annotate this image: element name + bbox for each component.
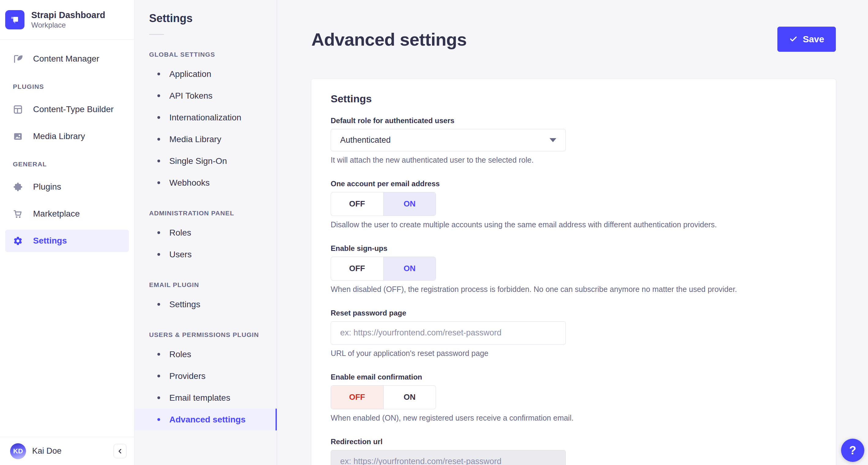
sidebar-item-label: Content-Type Builder bbox=[33, 105, 114, 114]
subnav-item-label: Settings bbox=[169, 299, 200, 310]
subnav-item-label: Advanced settings bbox=[169, 415, 246, 425]
toggle-on-option[interactable]: ON bbox=[383, 257, 436, 280]
subnav-item-label: Single Sign-On bbox=[169, 156, 227, 166]
user-area: KD Kai Doe bbox=[0, 437, 134, 465]
bullet-icon bbox=[157, 375, 160, 377]
select-value: Authenticated bbox=[340, 136, 391, 145]
redirection-url-input bbox=[331, 450, 566, 465]
default-role-select[interactable]: Authenticated bbox=[331, 129, 566, 151]
bullet-icon bbox=[157, 116, 160, 119]
field-hint: Disallow the user to create multiple acc… bbox=[331, 220, 816, 229]
subnav-item-providers[interactable]: Providers bbox=[134, 365, 277, 387]
bullet-icon bbox=[157, 159, 160, 162]
sidebar-item-content-type-builder[interactable]: Content-Type Builder bbox=[5, 98, 129, 121]
sidebar-item-label: Plugins bbox=[33, 182, 61, 192]
subnav-item-advanced-settings[interactable]: Advanced settings bbox=[134, 409, 277, 430]
save-button[interactable]: Save bbox=[777, 27, 836, 52]
subnav-item-label: Application bbox=[169, 69, 211, 79]
field-hint: When enabled (ON), new registered users … bbox=[331, 413, 816, 423]
subnav-item-label: Internationalization bbox=[169, 113, 241, 122]
field-default-role: Default role for authenticated users Aut… bbox=[331, 116, 816, 165]
bullet-icon bbox=[157, 181, 160, 184]
brand-text: Strapi Dashboard Workplace bbox=[31, 10, 105, 30]
layout-icon bbox=[13, 105, 23, 115]
field-label: Enable sign-ups bbox=[331, 244, 816, 253]
subnav-item-label: Webhooks bbox=[169, 178, 210, 188]
field-label: Redirection url bbox=[331, 437, 816, 446]
subnav-item-label: Media Library bbox=[169, 135, 221, 144]
bullet-icon bbox=[157, 397, 160, 399]
card-title: Settings bbox=[331, 93, 816, 105]
subnav-item-roles[interactable]: Roles bbox=[134, 222, 277, 243]
field-label: Enable email confirmation bbox=[331, 373, 816, 381]
page-title: Advanced settings bbox=[311, 29, 467, 50]
main-content: Advanced settings Save Settings Default … bbox=[277, 0, 868, 465]
field-hint: It will attach the new authenticated use… bbox=[331, 155, 816, 165]
sidebar-item-marketplace[interactable]: Marketplace bbox=[5, 203, 129, 225]
subnav-section-users-permissions-plugin: USERS & PERMISSIONS PLUGIN bbox=[134, 331, 277, 339]
enable-sign-ups-toggle: OFF ON bbox=[331, 257, 436, 281]
toggle-off-option[interactable]: OFF bbox=[331, 192, 383, 216]
bullet-icon bbox=[157, 418, 160, 421]
settings-card: Settings Default role for authenticated … bbox=[311, 79, 836, 465]
caret-down-icon bbox=[550, 138, 556, 142]
subnav-item-label: Email templates bbox=[169, 393, 230, 403]
toggle-off-option[interactable]: OFF bbox=[331, 257, 383, 280]
subnav-section-email-plugin: EMAIL PLUGIN bbox=[134, 281, 277, 289]
sidebar-item-media-library[interactable]: Media Library bbox=[5, 125, 129, 148]
brand-title: Strapi Dashboard bbox=[31, 10, 105, 21]
bullet-icon bbox=[157, 138, 160, 141]
sidebar-item-settings[interactable]: Settings bbox=[5, 230, 129, 252]
save-button-label: Save bbox=[803, 34, 824, 45]
subnav-item-api-tokens[interactable]: API Tokens bbox=[134, 85, 277, 107]
field-label: One account per email address bbox=[331, 179, 816, 188]
sidebar-item-label: Content Manager bbox=[33, 54, 99, 64]
divider bbox=[149, 34, 164, 35]
field-label: Reset password page bbox=[331, 309, 816, 317]
subnav-item-label: Roles bbox=[169, 228, 191, 238]
subnav-item-email-templates[interactable]: Email templates bbox=[134, 387, 277, 409]
help-button[interactable]: ? bbox=[841, 439, 864, 462]
subnav-item-webhooks[interactable]: Webhooks bbox=[134, 172, 277, 194]
collapse-sidebar-button[interactable] bbox=[114, 444, 126, 458]
brand-subtitle: Workplace bbox=[31, 21, 105, 30]
subnav-item-application[interactable]: Application bbox=[134, 63, 277, 85]
subnav-item-users[interactable]: Users bbox=[134, 243, 277, 265]
bullet-icon bbox=[157, 303, 160, 306]
settings-subnav: Settings GLOBAL SETTINGS Application API… bbox=[134, 0, 277, 465]
media-icon bbox=[13, 132, 23, 142]
question-mark-icon: ? bbox=[849, 444, 856, 457]
reset-password-page-input[interactable] bbox=[331, 321, 566, 345]
field-hint: When disabled (OFF), the registration pr… bbox=[331, 285, 816, 294]
bullet-icon bbox=[157, 72, 160, 75]
bullet-icon bbox=[157, 231, 160, 234]
subnav-item-email-settings[interactable]: Settings bbox=[134, 293, 277, 315]
check-icon bbox=[789, 35, 798, 43]
sidebar-item-plugins[interactable]: Plugins bbox=[5, 176, 129, 198]
main-nav-list: Content Manager PLUGINS Content-Type Bui… bbox=[0, 39, 134, 437]
field-enable-email-confirmation: Enable email confirmation OFF ON When en… bbox=[331, 373, 816, 423]
nav-section-general: GENERAL bbox=[5, 161, 129, 168]
subnav-item-media-library[interactable]: Media Library bbox=[134, 128, 277, 150]
subnav-title: Settings bbox=[134, 12, 277, 25]
subnav-section-global-settings: GLOBAL SETTINGS bbox=[134, 51, 277, 58]
toggle-on-option[interactable]: ON bbox=[383, 192, 436, 216]
sidebar-item-label: Marketplace bbox=[33, 209, 80, 219]
toggle-on-option[interactable]: ON bbox=[383, 386, 436, 409]
field-hint: URL of your application's reset password… bbox=[331, 349, 816, 358]
subnav-item-single-sign-on[interactable]: Single Sign-On bbox=[134, 150, 277, 172]
subnav-item-up-roles[interactable]: Roles bbox=[134, 343, 277, 365]
gear-icon bbox=[13, 236, 23, 246]
bullet-icon bbox=[157, 353, 160, 356]
field-label: Default role for authenticated users bbox=[331, 116, 816, 125]
subnav-item-label: API Tokens bbox=[169, 91, 213, 101]
field-enable-sign-ups: Enable sign-ups OFF ON When disabled (OF… bbox=[331, 244, 816, 294]
brand[interactable]: Strapi Dashboard Workplace bbox=[0, 0, 134, 39]
subnav-item-internationalization[interactable]: Internationalization bbox=[134, 107, 277, 128]
toggle-off-option[interactable]: OFF bbox=[331, 386, 383, 409]
sidebar-item-content-manager[interactable]: Content Manager bbox=[5, 48, 129, 70]
write-icon bbox=[13, 54, 23, 64]
subnav-section-administration-panel: ADMINISTRATION PANEL bbox=[134, 209, 277, 217]
sidebar-item-label: Settings bbox=[33, 236, 67, 246]
subnav-item-label: Providers bbox=[169, 371, 206, 381]
